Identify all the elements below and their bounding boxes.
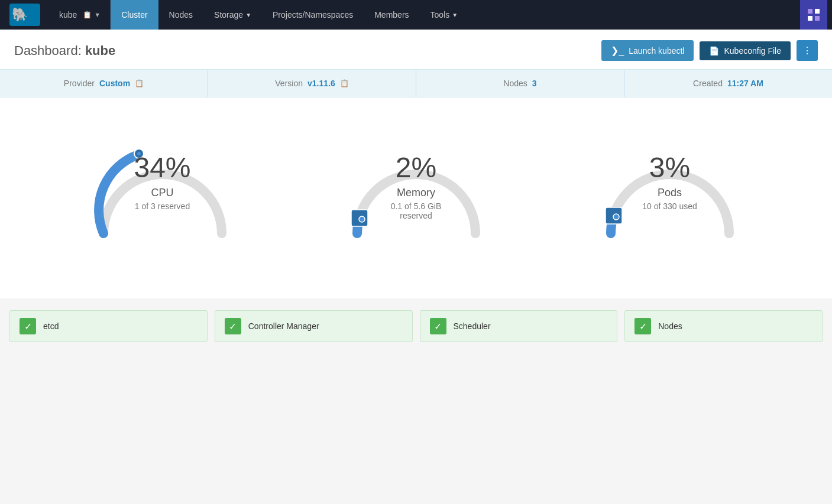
- svg-rect-5: [815, 16, 820, 21]
- nav-kube-text: kube: [59, 10, 77, 19]
- header-actions: ❯_ Launch kubectl 📄 Kubeconfig File ⋮: [601, 40, 818, 61]
- copy-provider-button[interactable]: 📋: [135, 79, 144, 87]
- nav-item-members[interactable]: Members: [364, 0, 419, 30]
- info-version: Version v1.11.6 📋: [208, 70, 416, 97]
- controller-manager-label: Controller Manager: [248, 321, 319, 331]
- nav-item-cluster[interactable]: Cluster: [111, 0, 158, 30]
- rancher-logo-icon: 🐘: [9, 4, 40, 26]
- status-scheduler: ✓ Scheduler: [420, 310, 618, 342]
- info-nodes: Nodes 3: [416, 70, 624, 97]
- page-header: Dashboard: kube ❯_ Launch kubectl 📄 Kube…: [0, 30, 832, 69]
- nav-item-storage[interactable]: Storage ▼: [203, 0, 262, 30]
- terminal-icon: ❯_: [611, 45, 624, 56]
- controller-manager-check-icon: ✓: [225, 318, 241, 334]
- file-icon: 📄: [709, 46, 719, 56]
- nav-item-nodes[interactable]: Nodes: [158, 0, 203, 30]
- pods-gauge: 3% Pods 10 of 330 used: [587, 121, 753, 275]
- nodes-check-icon: ✓: [634, 318, 651, 334]
- cpu-percent: 34%: [134, 154, 190, 182]
- cpu-gauge: 34% CPU 1 of 3 reserved: [80, 121, 245, 275]
- content-area: 34% CPU 1 of 3 reserved 2% Memory: [0, 97, 832, 372]
- page-title: Dashboard: kube: [14, 43, 115, 58]
- etcd-label: etcd: [43, 321, 59, 331]
- cpu-label: CPU: [134, 187, 190, 199]
- pods-label: Pods: [642, 187, 697, 199]
- nav-kube-selector[interactable]: kube 📋 ▼: [50, 0, 111, 30]
- status-bar: ✓ etcd ✓ Controller Manager ✓ Scheduler …: [0, 298, 832, 354]
- cpu-sublabel: 1 of 3 reserved: [134, 201, 190, 211]
- copy-version-button[interactable]: 📋: [340, 79, 349, 87]
- memory-percent: 2%: [375, 154, 458, 182]
- svg-rect-2: [808, 9, 812, 14]
- gauges-section: 34% CPU 1 of 3 reserved 2% Memory: [0, 97, 832, 298]
- more-actions-button[interactable]: ⋮: [797, 40, 818, 61]
- svg-text:🐘: 🐘: [12, 6, 28, 22]
- svg-rect-4: [808, 16, 812, 21]
- nav-items: Cluster Nodes Storage ▼ Projects/Namespa…: [111, 0, 795, 30]
- pods-percent: 3%: [642, 154, 697, 182]
- nav-logo: 🐘: [0, 0, 50, 30]
- info-created: Created 11:27 AM: [624, 70, 832, 97]
- tools-chevron-icon: ▼: [452, 12, 458, 18]
- nav-item-tools[interactable]: Tools ▼: [420, 0, 469, 30]
- kubeconfig-button[interactable]: 📄 Kubeconfig File: [700, 41, 791, 60]
- etcd-check-icon: ✓: [20, 318, 36, 334]
- cpu-gauge-info: 34% CPU 1 of 3 reserved: [134, 154, 190, 211]
- pods-sublabel: 10 of 330 used: [642, 201, 697, 211]
- status-controller-manager: ✓ Controller Manager: [215, 310, 413, 342]
- launch-kubectl-button[interactable]: ❯_ Launch kubectl: [601, 40, 694, 61]
- svg-rect-3: [815, 9, 820, 14]
- scheduler-label: Scheduler: [454, 321, 491, 331]
- more-icon: ⋮: [802, 45, 812, 56]
- svg-point-9: [359, 216, 365, 222]
- pods-gauge-info: 3% Pods 10 of 330 used: [642, 154, 697, 211]
- info-bar: Provider Custom 📋 Version v1.11.6 📋 Node…: [0, 69, 832, 97]
- memory-sublabel: 0.1 of 5.6 GiB reserved: [375, 201, 458, 220]
- storage-chevron-icon: ▼: [245, 12, 251, 18]
- memory-gauge-info: 2% Memory 0.1 of 5.6 GiB reserved: [375, 154, 458, 220]
- nav-item-projects[interactable]: Projects/Namespaces: [262, 0, 364, 30]
- nodes-status-label: Nodes: [658, 321, 682, 331]
- nav-grid-icon[interactable]: [800, 0, 827, 30]
- navbar: 🐘 kube 📋 ▼ Cluster Nodes Storage ▼ Proje…: [0, 0, 832, 30]
- memory-gauge: 2% Memory 0.1 of 5.6 GiB reserved: [334, 121, 499, 275]
- nav-kube-clipboard-icon: 📋: [83, 11, 92, 19]
- status-etcd: ✓ etcd: [9, 310, 208, 342]
- nav-right: [795, 0, 832, 30]
- grid-icon: [807, 8, 821, 22]
- status-nodes: ✓ Nodes: [624, 310, 823, 342]
- nav-kube-chevron-icon: ▼: [94, 11, 101, 18]
- svg-point-11: [613, 214, 619, 220]
- info-provider: Provider Custom 📋: [0, 70, 208, 97]
- scheduler-check-icon: ✓: [430, 318, 446, 334]
- memory-label: Memory: [375, 187, 458, 199]
